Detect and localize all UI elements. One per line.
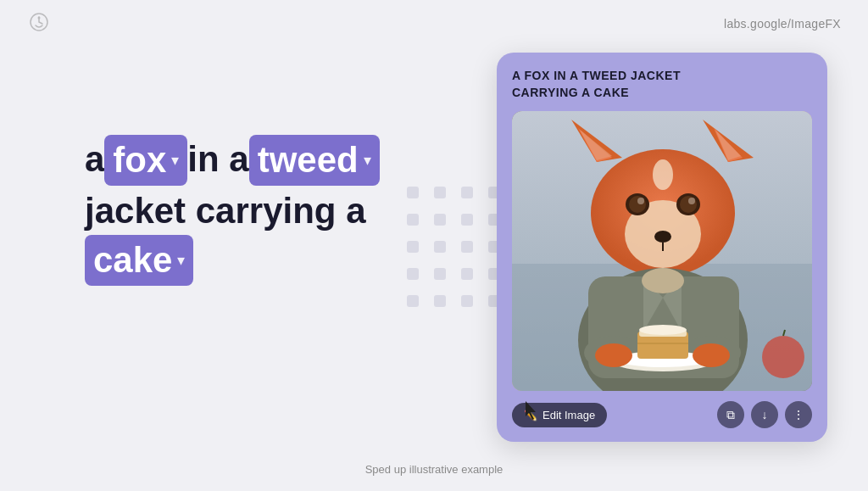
svg-point-32 <box>639 325 687 335</box>
download-button[interactable]: ↓ <box>751 401 778 428</box>
svg-point-24 <box>642 268 684 293</box>
download-icon: ↓ <box>762 408 768 421</box>
generated-image <box>512 111 812 391</box>
bottom-caption: Sped up illustrative example <box>365 463 504 476</box>
word-in-a: in a <box>187 136 248 184</box>
svg-point-16 <box>680 196 697 213</box>
fox-illustration <box>512 111 812 391</box>
image-card: A FOX IN A TWEED JACKETCARRYING A CAKE <box>497 53 827 442</box>
top-bar: labs.google/ImageFX <box>0 0 868 47</box>
svg-point-34 <box>693 343 730 367</box>
card-prompt-title: A FOX IN A TWEED JACKETCARRYING A CAKE <box>512 68 812 101</box>
svg-point-33 <box>595 343 632 367</box>
fox-chip-arrow: ▾ <box>171 150 179 170</box>
more-icon: ⋮ <box>793 408 804 421</box>
fox-chip-label: fox <box>113 137 166 185</box>
toolbar-right-actions: ⧉ ↓ ⋮ <box>717 401 812 428</box>
svg-point-15 <box>629 196 646 213</box>
prompt-line-1: a fox▾ in a tweed▾ <box>85 136 441 187</box>
prompt-line-2: jacket carrying a <box>85 187 441 236</box>
cake-chip-label: cake <box>93 237 172 285</box>
site-url: labs.google/ImageFX <box>724 17 841 31</box>
logo-icon <box>27 10 51 37</box>
word-jacket-carrying-a: jacket carrying a <box>85 187 366 236</box>
cursor <box>526 401 539 423</box>
tweed-chip-label: tweed <box>258 137 359 185</box>
copy-icon: ⧉ <box>726 408 735 422</box>
tweed-chip-arrow: ▾ <box>364 150 371 170</box>
svg-point-35 <box>762 336 804 378</box>
card-toolbar: ✏️ Edit Image ⧉ ↓ ⋮ <box>512 401 812 428</box>
svg-point-17 <box>654 231 671 243</box>
more-options-button[interactable]: ⋮ <box>785 401 812 428</box>
prompt-line-3: cake▾ <box>85 236 441 287</box>
cake-chip[interactable]: cake▾ <box>85 235 193 287</box>
tweed-chip[interactable]: tweed▾ <box>249 135 380 187</box>
fox-chip[interactable]: fox▾ <box>104 135 187 187</box>
svg-point-19 <box>653 159 673 190</box>
cake-chip-arrow: ▾ <box>177 250 185 271</box>
copy-button[interactable]: ⧉ <box>717 401 744 428</box>
svg-marker-37 <box>526 401 536 420</box>
prompt-display: a fox▾ in a tweed▾ jacket carrying a cak… <box>85 136 441 287</box>
caption-text: Sped up illustrative example <box>365 463 504 476</box>
word-a: a <box>85 136 104 184</box>
edit-button-label: Edit Image <box>542 409 595 421</box>
svg-point-0 <box>38 17 41 20</box>
